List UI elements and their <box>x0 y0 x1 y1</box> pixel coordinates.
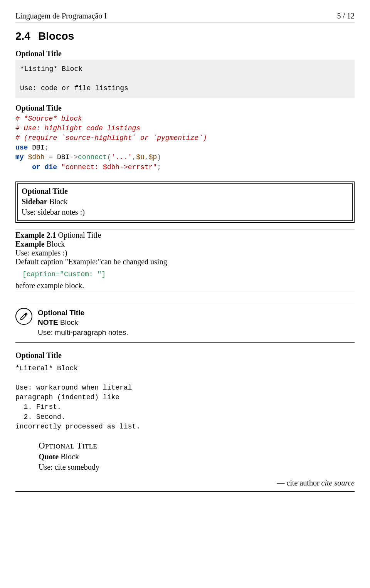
source-comment-1: # *Source* block <box>15 115 82 123</box>
pencil-icon <box>15 308 32 325</box>
example-code: [caption="Custom: "] <box>22 269 355 278</box>
tok-connect: connect <box>78 153 107 161</box>
literal-body: Use: workaround when literal paragraph (… <box>15 384 140 430</box>
sidebar-use: Use: sidebar notes :) <box>22 208 348 217</box>
section-title: Blocos <box>38 30 74 42</box>
tok-str1: '...' <box>111 153 132 161</box>
tok-comma2: , <box>145 153 149 161</box>
tok-u: $u <box>136 153 145 161</box>
example-use: Use: examples :) <box>15 249 355 257</box>
tok-dbi: DBI <box>32 144 44 151</box>
note-rule-bottom <box>15 342 355 343</box>
tok-dbi2: DBI <box>57 153 69 161</box>
tok-indent <box>15 163 32 171</box>
quote-author: cite author <box>287 479 321 487</box>
note-name: NOTE Block <box>38 318 128 328</box>
example-caption: Example 2.1 Optional Title <box>15 231 355 240</box>
section-heading: 2.4Blocos <box>15 30 355 42</box>
source-title: Optional Title <box>15 104 355 113</box>
tok-dbh: $dbh <box>28 153 44 161</box>
literal-title: Optional Title <box>15 351 355 360</box>
tok-semi: ; <box>45 144 49 151</box>
page-indicator: 5 / 12 <box>337 12 355 20</box>
section-number: 2.4 <box>15 30 30 42</box>
source-comment-3: # (require `source-highlight` or `pygmen… <box>15 134 207 142</box>
tok-eq: = <box>45 153 57 161</box>
sidebar-name: Sidebar Block <box>22 197 348 206</box>
example-after: before example block. <box>15 281 355 290</box>
quote-block: OPTIONAL TITLE Quote Block Use: cite som… <box>39 441 355 472</box>
tok-p: $p <box>149 153 157 161</box>
note-text: Optional Title NOTE Block Use: multi-par… <box>38 308 128 338</box>
tok-str2: "connect: $dbh->errstr" <box>61 163 157 171</box>
example-rule-bottom <box>15 292 355 292</box>
quote-source: cite source <box>321 479 355 487</box>
tok-my: my <box>15 153 24 161</box>
literal-block: *Literal* Block Use: workaround when lit… <box>15 364 355 432</box>
quote-name: Quote Block <box>39 452 355 461</box>
source-block: # *Source* block # Use: highlight code l… <box>15 114 355 172</box>
tok-arrow: -> <box>69 153 78 161</box>
tok-semi2: ; <box>157 163 161 171</box>
sidebar-title: Optional Title <box>22 187 348 196</box>
note-block: Optional Title NOTE Block Use: multi-par… <box>15 303 355 343</box>
tok-lparen: ( <box>107 153 111 161</box>
tok-use: use <box>15 144 28 151</box>
sidebar-inner: Optional Title Sidebar Block Use: sideba… <box>17 183 353 221</box>
literal-line-1: *Literal* Block <box>15 365 78 372</box>
tok-or: or <box>32 163 40 171</box>
example-rule-top <box>15 230 355 230</box>
listing-block: *Listing* Block Use: code or file listin… <box>15 60 355 98</box>
quote-title: OPTIONAL TITLE <box>39 441 355 451</box>
listing-line-2: Use: code or file listings <box>20 84 128 92</box>
quote-use: Use: cite somebody <box>39 463 355 472</box>
footer-rule <box>15 491 355 492</box>
sidebar-block: Optional Title Sidebar Block Use: sideba… <box>15 181 355 223</box>
tok-comma1: , <box>132 153 136 161</box>
doc-title: Linguagem de Programação I <box>15 12 107 20</box>
header-rule <box>15 22 355 22</box>
example-name: Example Block <box>15 240 355 249</box>
page-header: Linguagem de Programação I 5 / 12 <box>15 12 355 20</box>
tok-die: die <box>45 163 57 171</box>
tok-rparen: ) <box>157 153 161 161</box>
listing-title: Optional Title <box>15 49 355 58</box>
source-comment-2: # Use: highlight code listings <box>15 124 140 132</box>
example-desc: Default caption "Example:"can be changed… <box>15 257 355 266</box>
note-title: Optional Title <box>38 308 128 318</box>
note-use: Use: multi-paragraph notes. <box>38 328 128 338</box>
listing-line-1: *Listing* Block <box>20 65 82 73</box>
quote-attribution: — cite author cite source <box>15 479 355 487</box>
